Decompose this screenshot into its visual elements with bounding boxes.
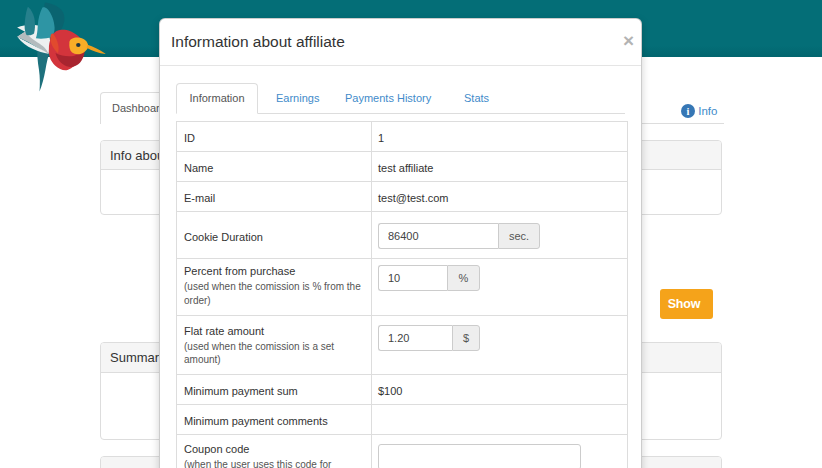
svg-text:i: i [687,106,690,117]
